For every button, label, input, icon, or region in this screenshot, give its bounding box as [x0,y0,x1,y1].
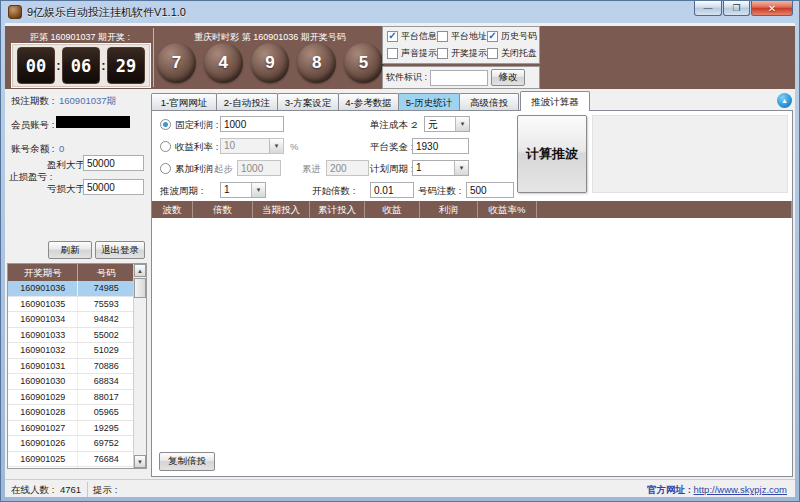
table-row[interactable]: 16090102719295 [8,421,134,437]
tab-7[interactable]: 推波计算器 [520,91,590,111]
scroll-down-button[interactable]: ▼ [134,455,146,468]
option-label: 关闭托盘 [501,47,537,60]
scroll-up-button[interactable]: ▲ [134,264,146,277]
table-row[interactable]: 16090103494842 [8,312,134,328]
option-item-3[interactable]: ✓历史号码 [487,30,537,43]
table-row[interactable]: 16090102576684 [8,452,134,468]
number-cell: 19295 [78,421,134,436]
wave-cycle-dropdown[interactable]: 1 ▾ [220,182,266,198]
fixed-profit-radio[interactable] [160,119,171,130]
history-scrollbar[interactable]: ▲ ▼ [133,264,146,468]
checkbox-icon[interactable] [437,48,448,59]
software-id-input[interactable] [430,70,488,86]
checkbox-icon[interactable] [437,31,448,42]
table-row[interactable]: 16090103251029 [8,343,134,359]
add-profit-radio[interactable] [160,163,171,174]
logout-button[interactable]: 退出登录 [95,241,145,259]
unit-cost-unit-dropdown[interactable]: 元 ▾ [424,116,470,132]
tab-6[interactable]: 高级倍投 [459,93,519,111]
period-cell: 160901032 [8,343,78,358]
balance-value: 0 [59,143,64,154]
bet-period-label: 投注期数 : [11,95,54,108]
checkbox-icon[interactable]: ✓ [487,31,498,42]
number-cell: 18170 [78,467,134,468]
rate-profit-dropdown[interactable]: 10 ▾ [220,138,284,154]
dropdown-arrow-icon: ▾ [455,117,469,131]
table-row[interactable]: 16090102669752 [8,436,134,452]
table-row[interactable]: 16090103674985 [8,281,134,297]
scrollbar-thumb[interactable] [134,278,146,298]
option-item-4[interactable]: 声音提示 [387,47,437,60]
number-bets-input[interactable] [466,182,514,198]
software-id-label: 软件标识 : [386,71,427,84]
online-count-value: 4761 [60,484,81,495]
tab-2[interactable]: 2-自动投注 [216,93,278,111]
period-cell: 160901035 [8,297,78,312]
plan-cycle-dropdown[interactable]: 1 ▾ [412,160,469,176]
wave-cycle-value: 1 [224,184,230,195]
tab-1[interactable]: 1-官网网址 [151,93,217,111]
add-profit-start-input[interactable] [237,160,281,176]
number-column-header: 号码 [78,264,134,281]
table-row[interactable]: 16090103170886 [8,359,134,375]
scroll-down-icon: ▼ [137,459,143,465]
minimize-button[interactable]: — [694,1,722,16]
start-multiple-input[interactable] [370,182,414,198]
countdown-colon: : [101,58,106,73]
tab-4[interactable]: 4-参考数据 [338,93,399,111]
table-row[interactable]: 16090102988017 [8,390,134,406]
fixed-profit-label: 固定利润 : [175,119,218,132]
stop-loss-label: 止损盈亏 : [9,171,52,184]
tab-3[interactable]: 3-方案设定 [277,93,339,111]
rate-profit-radio[interactable] [160,141,171,152]
add-profit-step-input[interactable] [326,160,369,176]
collapse-up-button[interactable]: ▲ [777,93,792,108]
start-multiple-label: 开始倍数 : [312,185,355,198]
member-account-redacted [56,116,130,128]
software-id-box: 软件标识 : 修改 [382,66,540,89]
table-row[interactable]: 16090103068834 [8,374,134,390]
copy-multiple-button[interactable]: 复制倍投 [159,452,215,471]
number-cell: 70886 [78,359,134,374]
option-item-6[interactable]: 关闭托盘 [487,47,537,60]
table-row[interactable]: 16090103575593 [8,297,134,313]
period-cell: 160901024 [8,467,78,468]
table-row[interactable]: 16090102418170 [8,467,134,468]
result-column-header: 倍数 [193,201,253,218]
option-item-1[interactable]: ✓平台信息 [387,30,437,43]
calculator-empty-area [592,115,788,193]
lottery-ball: 9 [251,43,290,83]
checkbox-icon[interactable]: ✓ [387,31,398,42]
refresh-button[interactable]: 刷新 [48,241,92,259]
plan-cycle-value: 1 [416,162,422,173]
wave-calculator-panel: 固定利润 : 单注成本 : 2 元 ▾ 收益利率 : 10 ▾ % 平台奖金 : [151,110,793,477]
tab-bar: 1-官网网址2-自动投注3-方案设定4-参考数据5-历史统计高级倍投推波计算器 [151,91,589,111]
title-bar: 9亿娱乐自动投注挂机软件V1.1.0 — ❐ ✕ [1,1,799,23]
status-separator [87,482,88,497]
profit-gt-input[interactable] [83,155,144,171]
platform-bonus-input[interactable] [412,138,469,154]
app-icon [8,5,22,19]
fixed-profit-input[interactable] [220,116,284,132]
unit-cost-label: 单注成本 : [370,119,413,132]
result-column-header: 利润 [420,201,478,218]
number-cell: 88017 [78,390,134,405]
tab-5[interactable]: 5-历史统计 [398,93,460,111]
tip-label: 提示 : [93,484,117,497]
official-site-link[interactable]: http://www.skypjz.com [694,484,787,495]
option-item-2[interactable]: 平台地址 [437,30,487,43]
checkbox-icon[interactable] [387,48,398,59]
number-cell: 75593 [78,297,134,312]
period-cell: 160901025 [8,452,78,467]
calculate-wave-button[interactable]: 计算推波 [517,115,587,193]
table-row[interactable]: 16090103355002 [8,328,134,344]
maximize-button[interactable]: ❐ [723,1,750,16]
top-banner: 距第 160901037 期开奖 : 00 : 06 : 29 重庆时时彩 第 … [5,26,795,89]
table-row[interactable]: 16090102805965 [8,405,134,421]
loss-gt-input[interactable] [83,179,144,195]
close-button[interactable]: ✕ [751,1,793,16]
option-item-5[interactable]: 开奖提示 [437,47,487,60]
rate-profit-label: 收益利率 : [175,141,218,154]
modify-button[interactable]: 修改 [491,69,525,86]
checkbox-icon[interactable] [487,48,498,59]
